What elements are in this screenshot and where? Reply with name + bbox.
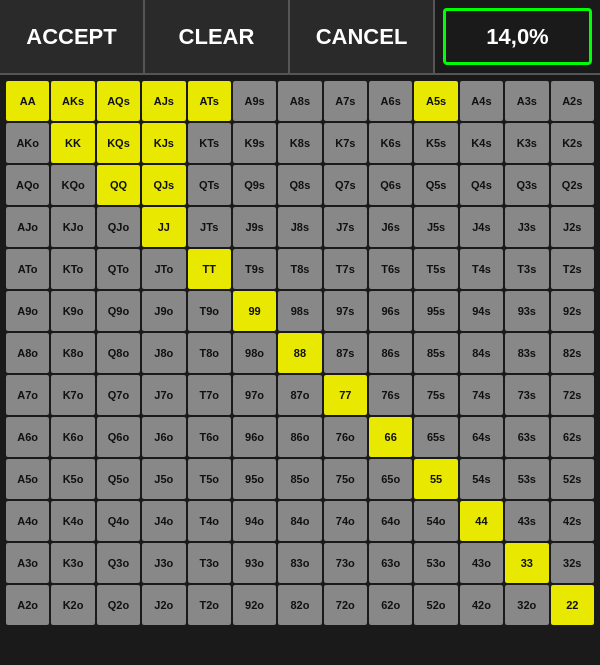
hand-cell[interactable]: 82s (551, 333, 595, 373)
hand-cell[interactable]: T6s (369, 249, 412, 289)
hand-cell[interactable]: 97s (324, 291, 367, 331)
hand-cell[interactable]: A2o (6, 585, 49, 625)
hand-cell[interactable]: ATs (188, 81, 231, 121)
hand-cell[interactable]: 98s (278, 291, 321, 331)
hand-cell[interactable]: 96o (233, 417, 276, 457)
hand-cell[interactable]: J7s (324, 207, 367, 247)
hand-cell[interactable]: T6o (188, 417, 231, 457)
hand-cell[interactable]: K3o (51, 543, 94, 583)
hand-cell[interactable]: A2s (551, 81, 595, 121)
hand-cell[interactable]: J7o (142, 375, 185, 415)
hand-cell[interactable]: 66 (369, 417, 412, 457)
hand-cell[interactable]: 88 (278, 333, 321, 373)
hand-cell[interactable]: Q9o (97, 291, 140, 331)
hand-cell[interactable]: A6o (6, 417, 49, 457)
hand-cell[interactable]: Q4s (460, 165, 503, 205)
hand-cell[interactable]: QQ (97, 165, 140, 205)
hand-cell[interactable]: K4s (460, 123, 503, 163)
hand-cell[interactable]: 72o (324, 585, 367, 625)
hand-cell[interactable]: 85s (414, 333, 457, 373)
hand-cell[interactable]: J5s (414, 207, 457, 247)
hand-cell[interactable]: KQo (51, 165, 94, 205)
hand-cell[interactable]: 97o (233, 375, 276, 415)
hand-cell[interactable]: Q2o (97, 585, 140, 625)
hand-cell[interactable]: K7s (324, 123, 367, 163)
hand-cell[interactable]: QJs (142, 165, 185, 205)
hand-cell[interactable]: J8s (278, 207, 321, 247)
hand-cell[interactable]: J9s (233, 207, 276, 247)
hand-cell[interactable]: 77 (324, 375, 367, 415)
hand-cell[interactable]: K2o (51, 585, 94, 625)
hand-cell[interactable]: A8s (278, 81, 321, 121)
hand-cell[interactable]: A7s (324, 81, 367, 121)
hand-cell[interactable]: J5o (142, 459, 185, 499)
hand-cell[interactable]: AQs (97, 81, 140, 121)
hand-cell[interactable]: 43s (505, 501, 548, 541)
hand-cell[interactable]: 33 (505, 543, 548, 583)
hand-cell[interactable]: 92s (551, 291, 595, 331)
hand-cell[interactable]: 32o (505, 585, 548, 625)
hand-cell[interactable]: J6o (142, 417, 185, 457)
hand-cell[interactable]: 93s (505, 291, 548, 331)
hand-cell[interactable]: 62o (369, 585, 412, 625)
hand-cell[interactable]: KTs (188, 123, 231, 163)
hand-cell[interactable]: AKo (6, 123, 49, 163)
hand-cell[interactable]: 76s (369, 375, 412, 415)
hand-cell[interactable]: K8o (51, 333, 94, 373)
hand-cell[interactable]: 86o (278, 417, 321, 457)
hand-cell[interactable]: T5o (188, 459, 231, 499)
clear-button[interactable]: CLEAR (145, 0, 290, 73)
hand-cell[interactable]: Q6o (97, 417, 140, 457)
hand-cell[interactable]: 74s (460, 375, 503, 415)
hand-cell[interactable]: ATo (6, 249, 49, 289)
hand-cell[interactable]: Q3s (505, 165, 548, 205)
hand-cell[interactable]: J8o (142, 333, 185, 373)
hand-cell[interactable]: 42s (551, 501, 595, 541)
hand-cell[interactable]: T2s (551, 249, 595, 289)
hand-cell[interactable]: T5s (414, 249, 457, 289)
hand-cell[interactable]: J2o (142, 585, 185, 625)
hand-cell[interactable]: 55 (414, 459, 457, 499)
hand-cell[interactable]: AJo (6, 207, 49, 247)
hand-cell[interactable]: 54o (414, 501, 457, 541)
hand-cell[interactable]: QTo (97, 249, 140, 289)
hand-cell[interactable]: 82o (278, 585, 321, 625)
hand-cell[interactable]: J4s (460, 207, 503, 247)
hand-cell[interactable]: 83s (505, 333, 548, 373)
accept-button[interactable]: ACCEPT (0, 0, 145, 73)
hand-cell[interactable]: T3s (505, 249, 548, 289)
hand-cell[interactable]: Q7s (324, 165, 367, 205)
hand-cell[interactable]: 73s (505, 375, 548, 415)
hand-cell[interactable]: 84o (278, 501, 321, 541)
hand-cell[interactable]: K6o (51, 417, 94, 457)
hand-cell[interactable]: JJ (142, 207, 185, 247)
hand-cell[interactable]: 64o (369, 501, 412, 541)
hand-cell[interactable]: TT (188, 249, 231, 289)
hand-cell[interactable]: 83o (278, 543, 321, 583)
hand-cell[interactable]: 65o (369, 459, 412, 499)
hand-cell[interactable]: J6s (369, 207, 412, 247)
hand-cell[interactable]: A5o (6, 459, 49, 499)
hand-cell[interactable]: 87o (278, 375, 321, 415)
hand-cell[interactable]: Q6s (369, 165, 412, 205)
hand-cell[interactable]: 74o (324, 501, 367, 541)
hand-cell[interactable]: Q4o (97, 501, 140, 541)
hand-cell[interactable]: T3o (188, 543, 231, 583)
hand-cell[interactable]: K8s (278, 123, 321, 163)
hand-cell[interactable]: J4o (142, 501, 185, 541)
hand-cell[interactable]: 73o (324, 543, 367, 583)
hand-cell[interactable]: 64s (460, 417, 503, 457)
hand-cell[interactable]: KJs (142, 123, 185, 163)
hand-cell[interactable]: K3s (505, 123, 548, 163)
hand-cell[interactable]: A8o (6, 333, 49, 373)
hand-cell[interactable]: 63s (505, 417, 548, 457)
hand-cell[interactable]: 63o (369, 543, 412, 583)
hand-cell[interactable]: QTs (188, 165, 231, 205)
hand-cell[interactable]: 87s (324, 333, 367, 373)
hand-cell[interactable]: 53s (505, 459, 548, 499)
hand-cell[interactable]: 84s (460, 333, 503, 373)
hand-cell[interactable]: T9o (188, 291, 231, 331)
hand-cell[interactable]: T7s (324, 249, 367, 289)
hand-cell[interactable]: Q8o (97, 333, 140, 373)
hand-cell[interactable]: T9s (233, 249, 276, 289)
